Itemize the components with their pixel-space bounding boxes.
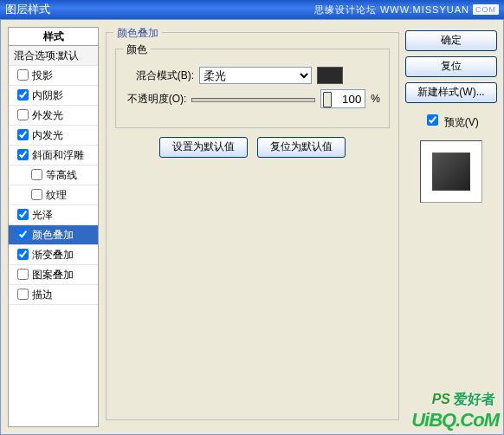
style-row-2[interactable]: 外发光 <box>9 106 98 126</box>
style-checkbox-0[interactable] <box>17 69 29 81</box>
reset-default-button[interactable]: 复位为默认值 <box>257 137 346 158</box>
style-checkbox-10[interactable] <box>17 269 29 280</box>
style-label-2: 外发光 <box>32 109 63 121</box>
watermark-top: PS爱好者 <box>432 391 495 409</box>
preview-label: 预览(V) <box>444 116 479 128</box>
style-checkbox-4[interactable] <box>17 149 29 160</box>
style-row-9[interactable]: 渐变叠加 <box>9 245 98 265</box>
overlay-color-swatch[interactable] <box>317 67 343 84</box>
styles-header[interactable]: 样式 <box>8 27 99 45</box>
brand-url: WWW.MISSYUAN <box>380 0 469 19</box>
style-label-7: 光泽 <box>32 209 53 221</box>
watermark-url: UiBQ.CoM <box>411 409 499 431</box>
subgroup-title: 颜色 <box>123 42 151 57</box>
style-checkbox-2[interactable] <box>17 109 29 120</box>
style-checkbox-5[interactable] <box>31 169 42 180</box>
window-title: 图层样式 <box>5 0 50 19</box>
style-label-4: 斜面和浮雕 <box>32 149 84 161</box>
style-row-5[interactable]: 等高线 <box>9 166 98 185</box>
settings-panel: 颜色叠加 颜色 混合模式(B): 柔光 不透明度(O): <box>106 27 399 427</box>
opacity-slider[interactable] <box>191 92 315 106</box>
preview-checkbox[interactable] <box>427 114 438 126</box>
defaults-button-row: 设置为默认值 复位为默认值 <box>115 137 390 158</box>
style-checkbox-3[interactable] <box>17 129 29 140</box>
style-label-8: 颜色叠加 <box>32 229 74 241</box>
blend-mode-select[interactable]: 柔光 <box>199 67 312 84</box>
style-row-7[interactable]: 光泽 <box>9 205 98 225</box>
style-row-3[interactable]: 内发光 <box>9 126 98 146</box>
style-label-9: 渐变叠加 <box>32 249 74 261</box>
opacity-row: 不透明度(O): % <box>125 89 380 108</box>
style-row-11[interactable]: 描边 <box>9 285 98 305</box>
opacity-unit: % <box>371 93 380 105</box>
style-row-4[interactable]: 斜面和浮雕 <box>9 146 98 166</box>
blend-mode-label: 混合模式(B): <box>125 68 194 83</box>
style-label-5: 等高线 <box>46 169 77 181</box>
style-checkbox-8[interactable] <box>17 229 29 240</box>
preview-box <box>420 140 482 203</box>
styles-list: 混合选项:默认 投影内阴影外发光内发光斜面和浮雕等高线纹理光泽颜色叠加渐变叠加图… <box>8 45 99 427</box>
style-row-8[interactable]: 颜色叠加 <box>9 225 98 245</box>
slider-track <box>191 98 315 102</box>
action-panel: 确定 复位 新建样式(W)... 预览(V) <box>406 27 496 427</box>
dialog-body: 样式 混合选项:默认 投影内阴影外发光内发光斜面和浮雕等高线纹理光泽颜色叠加渐变… <box>0 19 504 435</box>
preview-swatch <box>432 153 470 191</box>
opacity-label: 不透明度(O): <box>125 92 186 107</box>
preview-checkbox-row[interactable]: 预览(V) <box>423 112 478 130</box>
group-title: 颜色叠加 <box>113 26 162 41</box>
set-default-button[interactable]: 设置为默认值 <box>159 137 248 158</box>
watermark-bottom: UiBQ.CoM <box>411 409 499 432</box>
brand-badge: COM <box>473 4 499 15</box>
style-checkbox-9[interactable] <box>17 249 29 260</box>
title-bar: 图层样式 思缘设计论坛 WWW.MISSYUAN COM <box>0 0 504 19</box>
style-label-10: 图案叠加 <box>32 269 74 281</box>
style-checkbox-6[interactable] <box>31 189 42 200</box>
style-row-1[interactable]: 内阴影 <box>9 86 98 106</box>
style-label-0: 投影 <box>32 69 53 81</box>
styles-panel: 样式 混合选项:默认 投影内阴影外发光内发光斜面和浮雕等高线纹理光泽颜色叠加渐变… <box>8 27 99 427</box>
style-row-0[interactable]: 投影 <box>9 66 98 86</box>
blend-mode-row: 混合模式(B): 柔光 <box>125 67 380 84</box>
reset-button[interactable]: 复位 <box>405 56 497 77</box>
watermark-ps: PS <box>432 392 450 406</box>
new-style-button[interactable]: 新建样式(W)... <box>405 82 497 103</box>
style-checkbox-7[interactable] <box>17 209 29 220</box>
style-label-11: 描边 <box>32 289 53 301</box>
title-bar-brand: 思缘设计论坛 WWW.MISSYUAN COM <box>314 0 499 19</box>
style-checkbox-11[interactable] <box>17 289 29 300</box>
slider-thumb[interactable] <box>323 92 332 107</box>
style-label-6: 纹理 <box>46 189 67 201</box>
style-row-10[interactable]: 图案叠加 <box>9 265 98 285</box>
style-label-3: 内发光 <box>32 129 63 141</box>
brand-text: 思缘设计论坛 <box>314 0 377 19</box>
blend-options-row[interactable]: 混合选项:默认 <box>9 46 98 66</box>
color-subgroup: 颜色 混合模式(B): 柔光 不透明度(O): % <box>115 49 390 128</box>
style-label-1: 内阴影 <box>32 89 63 101</box>
watermark-cn: 爱好者 <box>454 392 495 406</box>
style-checkbox-1[interactable] <box>17 89 29 101</box>
ok-button[interactable]: 确定 <box>405 30 497 51</box>
color-overlay-group: 颜色叠加 颜色 混合模式(B): 柔光 不透明度(O): <box>106 32 399 420</box>
style-row-6[interactable]: 纹理 <box>9 185 98 205</box>
